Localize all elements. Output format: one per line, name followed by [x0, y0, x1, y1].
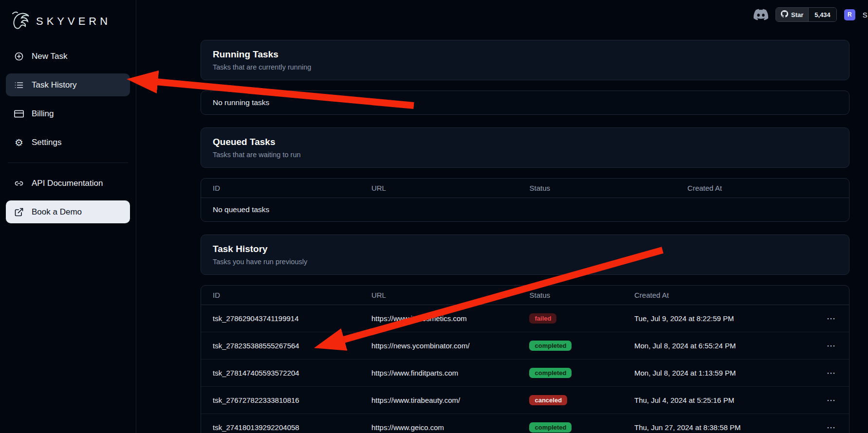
external-link-icon: [14, 207, 24, 217]
row-actions-menu-button[interactable]: ⋯: [825, 369, 837, 378]
sidebar-item-billing[interactable]: Billing: [6, 102, 130, 125]
status-badge: canceled: [529, 395, 567, 405]
status-badge: completed: [529, 422, 572, 433]
sidebar-item-settings[interactable]: ⚙ Settings: [6, 131, 130, 154]
task-status-cell: failed: [529, 313, 634, 324]
table-row[interactable]: tsk_276727822333810816https://www.tirabe…: [201, 387, 849, 414]
row-actions-cell: ⋯: [813, 369, 837, 378]
sidebar-item-label: Task History: [32, 80, 77, 90]
status-badge: failed: [529, 313, 556, 324]
row-actions-menu-button[interactable]: ⋯: [825, 342, 837, 350]
queued-tasks-card-header: Queued Tasks Tasks that are waiting to r…: [201, 127, 850, 168]
sidebar-divider: [8, 162, 128, 163]
main-content: Running Tasks Tasks that are currently r…: [136, 0, 868, 433]
sidebar-item-api-documentation[interactable]: API Documentation: [6, 172, 130, 195]
running-tasks-empty-state: No running tasks: [201, 91, 849, 114]
sidebar-item-book-a-demo[interactable]: Book a Demo: [6, 200, 130, 223]
task-created-cell: Thu, Jun 27, 2024 at 8:38:58 PM: [634, 423, 813, 432]
running-tasks-body: No running tasks: [201, 90, 850, 115]
discord-icon[interactable]: [754, 7, 768, 22]
task-status-cell: completed: [529, 422, 634, 433]
history-rows: tsk_278629043741199914https://www.itecos…: [201, 305, 849, 433]
credit-card-icon: [14, 108, 24, 119]
gear-icon: ⚙: [14, 137, 24, 148]
column-header-url: URL: [371, 184, 530, 192]
sidebar-item-label: New Task: [32, 52, 67, 61]
skyvern-dragon-icon: [10, 10, 32, 33]
column-header-status: Status: [529, 184, 687, 192]
queued-tasks-section: Queued Tasks Tasks that are waiting to r…: [201, 127, 850, 222]
history-table-header-row: ID URL Status Created At: [201, 286, 849, 305]
task-url-cell: https://www.geico.com: [371, 423, 530, 432]
task-status-cell: completed: [529, 368, 634, 378]
brand-name: SKYVERN: [36, 15, 111, 28]
queued-table-header-row: ID URL Status Created At: [201, 179, 849, 198]
table-row[interactable]: tsk_278629043741199914https://www.itecos…: [201, 305, 849, 332]
task-id-cell: tsk_278235388555267564: [213, 342, 371, 350]
row-actions-menu-button[interactable]: ⋯: [825, 314, 837, 323]
column-header-id: ID: [213, 184, 371, 192]
table-row[interactable]: tsk_278235388555267564https://news.ycomb…: [201, 332, 849, 360]
table-row[interactable]: tsk_278147405593572204https://www.findit…: [201, 360, 849, 387]
sidebar-item-label: Settings: [32, 138, 61, 147]
task-url-cell: https://www.finditparts.com: [371, 369, 530, 377]
running-tasks-title: Running Tasks: [213, 49, 837, 60]
column-header-status: Status: [529, 291, 634, 299]
avatar[interactable]: R: [844, 9, 855, 20]
column-header-url: URL: [371, 291, 530, 299]
queued-tasks-subtitle: Tasks that are waiting to run: [213, 151, 837, 159]
row-actions-cell: ⋯: [813, 396, 837, 405]
github-star-button[interactable]: Star: [776, 8, 808, 21]
list-icon: [14, 80, 24, 90]
row-actions-menu-button[interactable]: ⋯: [825, 396, 837, 405]
task-id-cell: tsk_276727822333810816: [213, 396, 371, 404]
github-star-count[interactable]: 5,434: [808, 8, 836, 21]
queued-tasks-title: Queued Tasks: [213, 137, 837, 147]
sidebar-item-new-task[interactable]: New Task: [6, 45, 130, 68]
github-star-label: Star: [791, 11, 803, 18]
sidebar-nav: New Task Task History Billing ⚙ Settings…: [6, 45, 130, 223]
brand-logo: SKYVERN: [6, 7, 130, 45]
sidebar-item-task-history[interactable]: Task History: [6, 73, 130, 96]
task-id-cell: tsk_278147405593572204: [213, 369, 371, 377]
row-actions-menu-button[interactable]: ⋯: [825, 423, 837, 432]
task-url-cell: https://news.ycombinator.com/: [371, 342, 530, 350]
task-status-cell: canceled: [529, 395, 634, 405]
running-tasks-section: Running Tasks Tasks that are currently r…: [201, 40, 850, 115]
queued-tasks-empty-state: No queued tasks: [201, 198, 849, 221]
row-actions-cell: ⋯: [813, 423, 837, 432]
github-star-widget[interactable]: Star 5,434: [776, 7, 837, 22]
running-tasks-subtitle: Tasks that are currently running: [213, 63, 837, 71]
sidebar-item-label: Billing: [32, 109, 54, 119]
task-status-cell: completed: [529, 341, 634, 351]
plus-circle-icon: [14, 51, 24, 62]
status-badge: completed: [529, 341, 572, 351]
column-header-created-at: Created At: [687, 184, 837, 192]
column-header-created-at: Created At: [634, 291, 813, 299]
sidebar: SKYVERN New Task Task History Billing ⚙ …: [0, 0, 136, 433]
row-actions-cell: ⋯: [813, 314, 837, 323]
task-history-table: ID URL Status Created At tsk_27862904374…: [201, 285, 850, 433]
table-row[interactable]: tsk_274180139292204058https://www.geico.…: [201, 414, 849, 433]
task-history-subtitle: Tasks you have run previously: [213, 258, 837, 266]
github-icon: [781, 10, 788, 19]
task-history-card-header: Task History Tasks you have run previous…: [201, 235, 850, 275]
task-created-cell: Mon, Jul 8, 2024 at 6:55:24 PM: [634, 342, 813, 350]
column-header-id: ID: [213, 291, 371, 299]
task-history-section: Task History Tasks you have run previous…: [201, 235, 850, 433]
row-actions-cell: ⋯: [813, 342, 837, 350]
status-badge: completed: [529, 368, 572, 378]
task-id-cell: tsk_278629043741199914: [213, 314, 371, 323]
task-created-cell: Thu, Jul 4, 2024 at 5:25:16 PM: [634, 396, 813, 404]
task-url-cell: https://www.itecosmetics.com: [371, 314, 530, 323]
sidebar-item-label: Book a Demo: [32, 207, 82, 217]
task-history-title: Task History: [213, 244, 837, 254]
running-tasks-card-header: Running Tasks Tasks that are currently r…: [201, 40, 850, 80]
sidebar-item-label: API Documentation: [32, 179, 103, 188]
link-icon: [14, 178, 24, 189]
task-created-cell: Mon, Jul 8, 2024 at 1:13:59 PM: [634, 369, 813, 377]
task-created-cell: Tue, Jul 9, 2024 at 8:22:59 PM: [634, 314, 813, 323]
task-url-cell: https://www.tirabeauty.com/: [371, 396, 530, 404]
task-id-cell: tsk_274180139292204058: [213, 423, 371, 432]
user-name-fragment: S: [863, 11, 868, 19]
